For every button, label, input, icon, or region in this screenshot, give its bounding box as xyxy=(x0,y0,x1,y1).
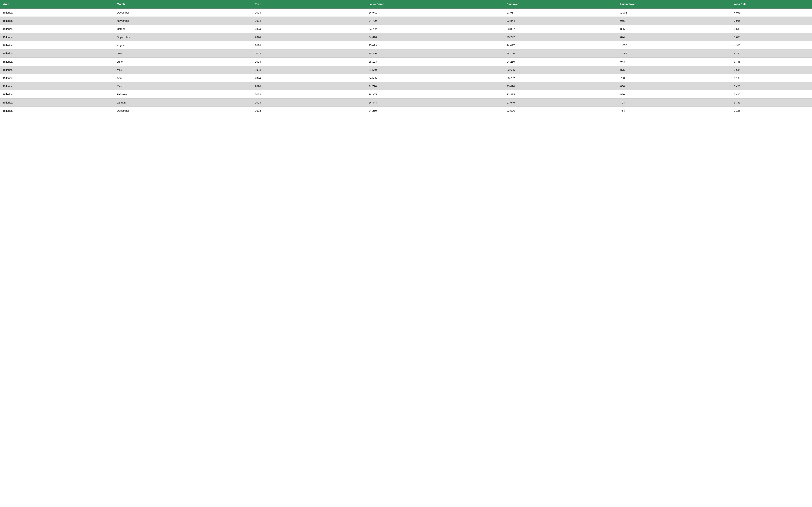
cell-unemployed: 798 xyxy=(617,99,731,107)
col-header-unemployed: Unemployed xyxy=(617,0,731,8)
cell-area_rate: 3.9% xyxy=(731,17,812,25)
cell-month: December xyxy=(114,107,252,115)
cell-area_rate: 4.3% xyxy=(731,49,812,58)
cell-labor_force: 24,260 xyxy=(366,107,503,115)
cell-area_rate: 3.6% xyxy=(731,66,812,74)
cell-labor_force: 24,305 xyxy=(366,90,503,99)
col-header-employed: Employed xyxy=(503,0,617,8)
cell-area_rate: 3.3% xyxy=(731,99,812,107)
cell-unemployed: 895 xyxy=(617,25,731,33)
cell-month: December xyxy=(114,8,252,17)
cell-area_rate: 3.4% xyxy=(731,82,812,90)
cell-area: Billerica xyxy=(0,82,114,90)
table-row: BillericaDecember202324,26023,5067543.1% xyxy=(0,107,812,115)
cell-year: 2024 xyxy=(252,8,366,17)
cell-year: 2024 xyxy=(252,17,366,25)
cell-month: July xyxy=(114,49,252,58)
cell-employed: 23,837 xyxy=(503,25,617,33)
cell-area_rate: 3.6% xyxy=(731,33,812,41)
cell-year: 2024 xyxy=(252,58,366,66)
col-header-labor-force: Labor Force xyxy=(366,0,503,8)
cell-area: Billerica xyxy=(0,90,114,99)
cell-area: Billerica xyxy=(0,74,114,82)
cell-year: 2024 xyxy=(252,41,366,49)
cell-employed: 24,140 xyxy=(503,49,617,58)
col-header-area-rate: Area Rate xyxy=(731,0,812,8)
cell-employed: 24,017 xyxy=(503,41,617,49)
cell-year: 2024 xyxy=(252,90,366,99)
table-row: BillericaAugust202425,09324,0171,0764.3% xyxy=(0,41,812,49)
col-header-year: Year xyxy=(252,0,366,8)
cell-year: 2024 xyxy=(252,82,366,90)
cell-labor_force: 24,616 xyxy=(366,33,503,41)
table-row: BillericaDecember202424,94123,9371,0044.… xyxy=(0,8,812,17)
table-row: BillericaFebruary202424,30523,4758303.4% xyxy=(0,90,812,99)
col-header-area: Area xyxy=(0,0,114,8)
cell-employed: 23,685 xyxy=(503,66,617,74)
cell-area: Billerica xyxy=(0,8,114,17)
table-row: BillericaApril202424,53523,7827533.1% xyxy=(0,74,812,82)
cell-month: June xyxy=(114,58,252,66)
cell-labor_force: 24,444 xyxy=(366,99,503,107)
cell-labor_force: 24,941 xyxy=(366,8,503,17)
table-row: BillericaMay202424,56023,6858753.6% xyxy=(0,66,812,74)
cell-area: Billerica xyxy=(0,25,114,33)
cell-year: 2024 xyxy=(252,99,366,107)
cell-employed: 23,844 xyxy=(503,17,617,25)
cell-unemployed: 753 xyxy=(617,74,731,82)
cell-employed: 23,782 xyxy=(503,74,617,82)
cell-employed: 23,475 xyxy=(503,90,617,99)
cell-area_rate: 3.4% xyxy=(731,90,812,99)
cell-unemployed: 874 xyxy=(617,33,731,41)
cell-year: 2024 xyxy=(252,49,366,58)
table-row: BillericaJune202425,19324,2509433.7% xyxy=(0,58,812,66)
cell-area: Billerica xyxy=(0,66,114,74)
cell-unemployed: 754 xyxy=(617,107,731,115)
employment-table: Area Month Year Labor Force Employed Une… xyxy=(0,0,812,115)
col-header-month: Month xyxy=(114,0,252,8)
table-row: BillericaOctober202424,73223,8378953.6% xyxy=(0,25,812,33)
cell-employed: 23,646 xyxy=(503,99,617,107)
cell-labor_force: 24,720 xyxy=(366,82,503,90)
cell-unemployed: 850 xyxy=(617,82,731,90)
cell-area: Billerica xyxy=(0,58,114,66)
table-row: BillericaSeptember202424,61623,7428743.6… xyxy=(0,33,812,41)
cell-employed: 23,937 xyxy=(503,8,617,17)
cell-unemployed: 955 xyxy=(617,17,731,25)
cell-month: March xyxy=(114,82,252,90)
cell-employed: 23,506 xyxy=(503,107,617,115)
cell-labor_force: 24,799 xyxy=(366,17,503,25)
cell-unemployed: 1,086 xyxy=(617,49,731,58)
cell-unemployed: 830 xyxy=(617,90,731,99)
cell-area: Billerica xyxy=(0,41,114,49)
cell-labor_force: 24,535 xyxy=(366,74,503,82)
cell-employed: 23,870 xyxy=(503,82,617,90)
cell-unemployed: 1,004 xyxy=(617,8,731,17)
cell-month: November xyxy=(114,17,252,25)
cell-month: April xyxy=(114,74,252,82)
table-row: BillericaNovember202424,79923,8449553.9% xyxy=(0,17,812,25)
cell-year: 2024 xyxy=(252,33,366,41)
cell-labor_force: 25,226 xyxy=(366,49,503,58)
cell-labor_force: 25,093 xyxy=(366,41,503,49)
cell-labor_force: 24,560 xyxy=(366,66,503,74)
table-header-row: Area Month Year Labor Force Employed Une… xyxy=(0,0,812,8)
cell-month: October xyxy=(114,25,252,33)
cell-year: 2024 xyxy=(252,74,366,82)
cell-area_rate: 3.6% xyxy=(731,25,812,33)
cell-month: February xyxy=(114,90,252,99)
cell-year: 2024 xyxy=(252,25,366,33)
cell-area_rate: 3.1% xyxy=(731,107,812,115)
cell-unemployed: 1,076 xyxy=(617,41,731,49)
cell-labor_force: 24,732 xyxy=(366,25,503,33)
cell-area_rate: 4.0% xyxy=(731,8,812,17)
cell-month: September xyxy=(114,33,252,41)
cell-month: August xyxy=(114,41,252,49)
cell-area: Billerica xyxy=(0,33,114,41)
cell-labor_force: 25,193 xyxy=(366,58,503,66)
cell-unemployed: 875 xyxy=(617,66,731,74)
cell-area_rate: 4.3% xyxy=(731,41,812,49)
cell-year: 2024 xyxy=(252,66,366,74)
cell-area: Billerica xyxy=(0,49,114,58)
cell-area: Billerica xyxy=(0,99,114,107)
